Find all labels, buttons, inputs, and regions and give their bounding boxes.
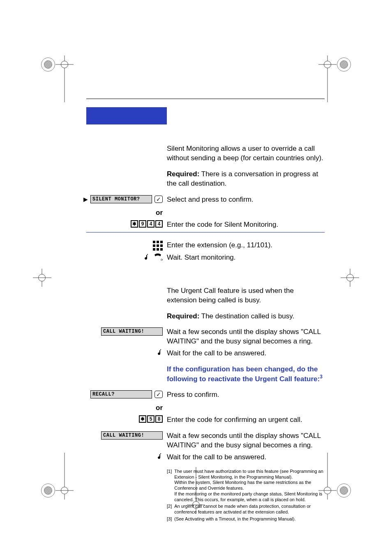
play-icon: ▶ — [83, 196, 88, 203]
footnote-ref: 3 — [320, 374, 323, 380]
urgent-call-required: Required: The destination called is busy… — [167, 312, 325, 321]
key-digit: 4 — [155, 220, 163, 228]
code-keys: ✱ 5 8 — [139, 415, 163, 423]
music-note-icon — [156, 349, 163, 358]
footnote-3: [3] (See Activating with a Timeout, in t… — [167, 516, 325, 522]
select-confirm-text: Select and press to confirm. — [167, 195, 325, 205]
required-label: Required: — [167, 170, 199, 178]
footnote-index: [1] — [167, 469, 172, 503]
music-note-icon — [143, 253, 150, 263]
handset-icon: ⟳ — [153, 253, 163, 263]
print-crosshair — [55, 481, 74, 500]
footnote-index: [3] — [167, 516, 172, 522]
code-keys: ✱ 9 4 4 — [131, 220, 163, 228]
wait-answered-text: Wait for the call to be answered. — [167, 453, 325, 462]
key-digit: 5 — [147, 415, 154, 423]
enter-extension-text: Enter the extension (e.g., 11/101). — [167, 241, 325, 250]
key-digit: 8 — [155, 415, 163, 423]
print-crosshair — [33, 269, 51, 287]
footnotes: [1] The user must have authorization to … — [167, 469, 325, 523]
footnote-text: The user must have authorization to use … — [174, 469, 325, 503]
code-text: Enter the code for Silent Monitoring. — [167, 220, 325, 230]
section-banner — [86, 107, 167, 124]
required-text: The destination called is busy. — [199, 312, 294, 320]
wait-display-text: Wait a few seconds until the display sho… — [167, 327, 325, 346]
lcd-display: CALL WAITING! — [101, 431, 163, 440]
keypad-icon — [153, 241, 163, 251]
confirm-icon: ✓ — [154, 196, 163, 203]
svg-text:⟳: ⟳ — [161, 258, 163, 261]
lcd-display: SILENT MONITOR? — [90, 195, 152, 203]
key-star: ✱ — [131, 220, 138, 228]
key-digit: 4 — [147, 220, 154, 228]
urgent-call-intro: The Urgent Call feature is used when the… — [167, 286, 325, 305]
print-crosshair — [341, 269, 359, 287]
key-digit: 9 — [139, 220, 146, 228]
wait-answered-text: Wait for the call to be answered. — [167, 349, 325, 358]
press-confirm-text: Press to confirm. — [167, 390, 325, 400]
footnote-text: An urgent call cannot be made when data … — [174, 504, 325, 515]
required-label: Required: — [167, 312, 199, 320]
print-crosshair — [318, 55, 337, 74]
lcd-prompt-row: RECALL? ✓ — [90, 390, 163, 398]
lcd-prompt-row: ▶ SILENT MONITOR? ✓ — [83, 195, 163, 203]
print-crosshair — [55, 55, 74, 74]
key-star: ✱ — [139, 415, 146, 423]
print-mark — [337, 58, 351, 71]
footnote-text: (See Activating with a Timeout, in the P… — [174, 516, 295, 522]
footnote-2: [2] An urgent call cannot be made when d… — [167, 504, 325, 515]
print-mark — [41, 58, 55, 71]
print-mark — [337, 484, 351, 497]
or-label: or — [156, 404, 163, 412]
footnote-1: [1] The user must have authorization to … — [167, 469, 325, 503]
or-label: or — [156, 209, 163, 217]
wait-start-text: Wait. Start monitoring. — [167, 253, 325, 263]
footnote-index: [2] — [167, 504, 172, 515]
print-mark — [41, 484, 55, 497]
silent-monitoring-intro: Silent Monitoring allows a user to overr… — [167, 144, 325, 163]
page-content: Silent Monitoring allows a user to overr… — [86, 99, 325, 526]
section-divider — [86, 232, 325, 233]
lcd-display: RECALL? — [90, 390, 152, 398]
silent-monitoring-required: Required: There is a conversation in pro… — [167, 170, 325, 189]
wait-display-text: Wait a few seconds until the display sho… — [167, 431, 325, 450]
code-text: Enter the code for confirming an urgent … — [167, 415, 325, 425]
music-note-icon — [156, 453, 163, 462]
config-changed-heading: If the configuration has been changed, d… — [167, 365, 325, 384]
lcd-display: CALL WAITING! — [101, 327, 163, 336]
confirm-icon: ✓ — [154, 391, 163, 398]
